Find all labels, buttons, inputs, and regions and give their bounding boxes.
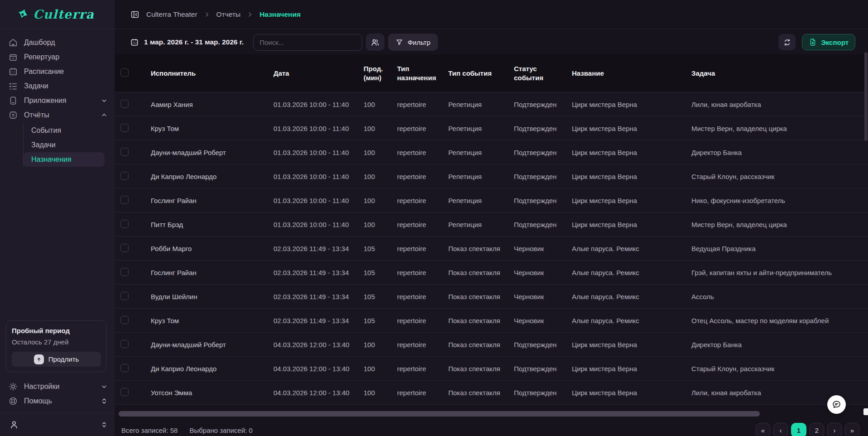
cell-date: 01.03.2026 10:00 - 11:40 — [273, 101, 364, 108]
trial-days-left: Осталось 27 дней — [12, 338, 101, 346]
table-row: Круз Том01.03.2026 10:00 - 11:40100reper… — [115, 116, 868, 140]
cell-duration: 105 — [364, 317, 397, 325]
column-header-assignment-type[interactable]: Тип назначения — [397, 64, 448, 82]
table-row: Робби Марго02.03.2026 11:49 - 13:34105re… — [115, 237, 868, 261]
repertoire-icon — [8, 52, 18, 62]
cell-title: Цирк мистера Верна — [572, 149, 691, 156]
cell-event-type: Показ спектакля — [448, 389, 514, 397]
scrollbar-corner — [863, 408, 868, 415]
refresh-button[interactable] — [778, 34, 796, 50]
sidebar-item-label: Дашборд — [24, 39, 55, 47]
reports-icon — [8, 110, 18, 120]
sidebar-item-repertoire[interactable]: Репертуар — [8, 50, 108, 64]
cell-task: Грэй, капитан яхты и айти-предпринимател… — [691, 269, 868, 276]
cell-date: 04.03.2026 12:00 - 13:40 — [273, 365, 364, 373]
next-page-button[interactable]: › — [827, 423, 842, 436]
row-checkbox[interactable] — [120, 148, 129, 156]
extend-trial-button[interactable]: Продлить — [12, 352, 101, 367]
cell-title: Цирк мистера Верна — [572, 341, 691, 349]
sidebar-item-tasks[interactable]: Задачи — [8, 79, 108, 93]
row-checkbox[interactable] — [120, 196, 129, 204]
row-checkbox[interactable] — [120, 268, 129, 276]
cell-task: Директор Банка — [691, 149, 868, 156]
arrow-up-icon — [34, 354, 44, 364]
last-page-button[interactable]: » — [845, 423, 859, 436]
row-checkbox[interactable] — [120, 340, 129, 348]
table-row: Питт Брэд01.03.2026 10:00 - 11:40100repe… — [115, 213, 868, 237]
column-header-duration[interactable]: Прод. (мин) — [364, 64, 397, 82]
row-checkbox[interactable] — [120, 316, 129, 324]
row-checkbox[interactable] — [120, 220, 129, 228]
cell-task: Лили, юная акробатка — [691, 101, 868, 108]
table-row: Дауни-младший Роберт01.03.2026 10:00 - 1… — [115, 140, 868, 165]
row-checkbox[interactable] — [120, 364, 129, 372]
row-checkbox[interactable] — [120, 292, 129, 300]
trial-card: Пробный период Осталось 27 дней Продлить — [6, 320, 106, 372]
sidebar-item-reports[interactable]: Отчёты — [8, 108, 108, 122]
row-checkbox-cell — [115, 364, 151, 373]
row-checkbox[interactable] — [120, 172, 129, 180]
sidebar-item-label: Задачи — [24, 82, 48, 90]
row-checkbox[interactable] — [120, 244, 129, 252]
sidebar-item-events-report[interactable]: События — [24, 123, 105, 138]
sidebar-item-label: Приложения — [24, 97, 67, 105]
calendar-icon — [130, 38, 139, 47]
export-button[interactable]: Экспорт — [802, 34, 855, 50]
cell-task: Ведущая Праздника — [691, 245, 868, 252]
sidebar-item-help[interactable]: Помощь — [8, 394, 108, 408]
sidebar-item-schedule[interactable]: Расписание — [8, 64, 108, 79]
select-all-checkbox[interactable] — [120, 68, 129, 77]
reports-submenu: События Задачи Назначения — [23, 123, 105, 167]
search-input[interactable] — [253, 34, 362, 51]
sidebar-item-dashboard[interactable]: Дашборд — [8, 35, 108, 50]
user-menu[interactable] — [0, 413, 115, 436]
row-checkbox[interactable] — [120, 100, 129, 108]
cell-event-type: Показ спектакля — [448, 365, 514, 373]
cell-date: 02.03.2026 11:49 - 13:34 — [273, 317, 364, 325]
page-2-button[interactable]: 2 — [810, 423, 824, 436]
chat-button[interactable] — [827, 395, 846, 414]
row-checkbox-cell — [115, 196, 151, 205]
cell-event-status: Подтвержден — [514, 389, 572, 397]
first-page-button[interactable]: « — [756, 423, 770, 436]
cell-event-type: Показ спектакля — [448, 293, 514, 300]
sidebar-item-assignments-report[interactable]: Назначения — [24, 152, 105, 167]
toolbar: 1 мар. 2026 г. - 31 мар. 2026 г. Фильтр … — [130, 34, 855, 51]
row-checkbox[interactable] — [120, 388, 129, 396]
cell-assignment-type: repertoire — [397, 197, 448, 204]
collapse-sidebar-icon[interactable] — [130, 10, 140, 19]
performers-filter-button[interactable] — [366, 34, 384, 51]
cell-duration: 100 — [364, 221, 397, 228]
cell-performer: Ди Каприо Леонардо — [151, 365, 273, 373]
cell-title: Алые паруса. Ремикс — [572, 269, 691, 276]
refresh-icon — [783, 38, 791, 47]
prev-page-button[interactable]: ‹ — [773, 423, 788, 436]
horizontal-scrollbar[interactable] — [119, 411, 760, 417]
cell-event-type: Показ спектакля — [448, 245, 514, 252]
filter-button[interactable]: Фильтр — [388, 34, 437, 51]
cell-title: Алые паруса. Ремикс — [572, 293, 691, 300]
sidebar-item-tasks-report[interactable]: Задачи — [24, 138, 105, 152]
column-header-date[interactable]: Дата — [273, 69, 364, 78]
sidebar-item-settings[interactable]: Настройки — [8, 379, 108, 394]
page-1-button[interactable]: 1 — [791, 423, 806, 436]
sidebar-item-apps[interactable]: Приложения — [8, 93, 108, 108]
column-header-task[interactable]: Задача — [691, 69, 868, 78]
vertical-scrollbar[interactable] — [864, 52, 868, 141]
cell-event-status: Подтвержден — [514, 365, 572, 373]
column-header-event-status[interactable]: Статус события — [514, 64, 572, 82]
column-header-event-type[interactable]: Тип события — [448, 69, 514, 78]
row-checkbox-cell — [115, 100, 151, 109]
breadcrumb-section[interactable]: Отчеты — [216, 10, 241, 19]
breadcrumb-root[interactable]: Culterra Theater — [146, 10, 197, 19]
column-header-performer[interactable]: Исполнитель — [151, 69, 273, 78]
row-checkbox[interactable] — [120, 124, 129, 132]
cell-event-type: Показ спектакля — [448, 341, 514, 349]
column-header-title[interactable]: Название — [572, 69, 691, 78]
chat-bubble-icon — [831, 399, 842, 410]
logo[interactable]: Culterra — [0, 0, 115, 29]
row-checkbox-cell — [115, 268, 151, 277]
cell-event-type: Репетиция — [448, 197, 514, 204]
cell-title: Цирк мистера Верна — [572, 389, 691, 397]
date-range-picker[interactable]: 1 мар. 2026 г. - 31 мар. 2026 г. — [130, 38, 244, 47]
